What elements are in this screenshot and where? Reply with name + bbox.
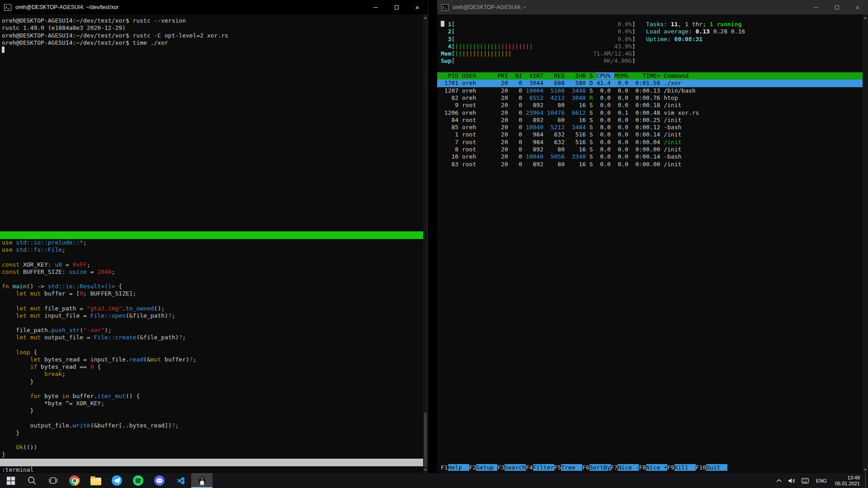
left-scrollbar[interactable]: ▲ ▼ — [423, 14, 428, 473]
clock[interactable]: 13:48 05.01.2021 — [831, 475, 864, 487]
console-icon — [441, 4, 448, 11]
code-line: file_path.push_str("-xor"); — [0, 327, 423, 334]
taskbar-app-file-explorer[interactable] — [85, 473, 106, 488]
search-button[interactable] — [21, 473, 42, 488]
process-row[interactable]: 1207 oreh 20 0 10004 5108 3448 S 0.0 0.0… — [437, 87, 863, 94]
left-window-titlebar[interactable]: oreh@DESKTOP-AGESUI4: ~/dev/test/xor × — [0, 0, 428, 14]
column-header-s[interactable]: S — [590, 72, 597, 79]
column-header-command[interactable]: Command — [664, 72, 689, 79]
code-line — [0, 342, 423, 349]
vim-command-line[interactable]: :terminal — [0, 466, 33, 473]
code-line: use std::io::prelude::*; — [0, 239, 423, 246]
column-header-mem%[interactable]: MEM% — [614, 72, 632, 79]
column-header-ni[interactable]: NI — [512, 72, 526, 79]
column-header-virt[interactable]: VIRT — [526, 72, 547, 79]
tux-penguin-icon — [198, 475, 207, 486]
touch-keyboard-icon[interactable] — [798, 473, 812, 488]
process-row[interactable]: 8 root 20 0 892 80 16 S 0.0 0.0 0:00.00 … — [437, 146, 863, 153]
volume-icon[interactable] — [785, 473, 798, 488]
right-terminal-window: oreh@DESKTOP-AGESUI4: ~ × 1[0.0%] 2[0.0%… — [437, 0, 868, 473]
process-row[interactable]: 1 root 20 0 984 632 516 S 0.0 0.0 0:00.1… — [437, 131, 863, 138]
column-header-pid[interactable]: PID — [441, 72, 462, 79]
column-header-time+[interactable]: TIME+ — [632, 72, 664, 79]
tray-date: 05.01.2021 — [835, 481, 860, 487]
process-row[interactable]: 7 root 20 0 984 632 516 S 0.0 0.0 0:00.0… — [437, 139, 863, 146]
fkey-f3[interactable]: F3Search — [497, 464, 526, 471]
process-row[interactable]: 1206 oreh 20 0 23964 10476 6612 S 0.0 0.… — [437, 109, 863, 117]
right-scrollbar[interactable]: ▲ ▼ — [863, 14, 868, 473]
taskbar-app-chrome[interactable] — [64, 473, 85, 488]
fkey-f8[interactable]: F8Nice + — [639, 464, 667, 471]
htop-table[interactable]: PID USER PRI NI VIRT RES SHR S CPU% MEM%… — [437, 72, 863, 168]
process-row[interactable]: 82 oreh 20 0 8552 4212 3048 R 0.0 0.0 0:… — [437, 94, 863, 102]
scroll-thumb[interactable] — [424, 413, 427, 467]
fkey-f1[interactable]: F1Help — [441, 464, 469, 471]
vim-file-statusline: xor.rs 1,1 All — [0, 459, 423, 466]
fkey-f2[interactable]: F2Setup — [469, 464, 498, 471]
vscode-icon — [176, 476, 186, 486]
process-row[interactable]: 84 root 20 0 892 80 16 S 0.0 0.0 0:00.25… — [437, 117, 863, 124]
taskbar-app-discord[interactable] — [149, 473, 170, 488]
column-header-pri[interactable]: PRI — [497, 72, 511, 79]
console-cursor-block — [441, 21, 444, 27]
fkey-f9[interactable]: F9Kill — [667, 464, 696, 471]
maximize-button[interactable] — [386, 0, 407, 14]
close-button[interactable]: × — [847, 0, 868, 14]
language-indicator[interactable]: ENG — [812, 478, 831, 483]
code-line: const BUFFER_SIZE: usize = 2048; — [0, 268, 423, 276]
process-row[interactable]: 10 oreh 20 0 10040 5056 3340 S 0.0 0.0 0… — [437, 153, 863, 160]
column-header-cpu%[interactable]: CPU% — [596, 72, 614, 79]
code-line — [0, 253, 423, 261]
tray-chevron-up-icon[interactable] — [773, 473, 785, 488]
telegram-icon — [112, 475, 122, 486]
taskbar-app-telegram[interactable] — [106, 473, 127, 488]
maximize-button[interactable] — [826, 0, 847, 14]
scroll-down-icon[interactable]: ▼ — [864, 468, 866, 472]
process-row[interactable]: 85 oreh 20 0 10040 5212 3484 S 0.0 0.0 0… — [437, 124, 863, 131]
terminal-line: oreh@DESKTOP-AGESUI4:~/dev/test/xor$ rus… — [0, 17, 423, 24]
terminal-line: rustc 1.49.0 (e1884a8e3 2020-12-29) — [0, 24, 423, 32]
scroll-up-icon[interactable]: ▲ — [424, 15, 426, 20]
right-window-titlebar[interactable]: oreh@DESKTOP-AGESUI4: ~ × — [437, 0, 868, 14]
code-line: } — [0, 429, 423, 436]
htop-panel[interactable]: 1[0.0%] 2[0.0%] 3[0.0%] 4[||||||||||||||… — [437, 14, 863, 473]
column-header-res[interactable]: RES — [547, 72, 568, 79]
fkey-f10[interactable]: F10Quit — [696, 464, 727, 471]
process-table-header[interactable]: PID USER PRI NI VIRT RES SHR S CPU% MEM%… — [437, 72, 863, 80]
scroll-down-icon[interactable]: ▼ — [424, 468, 426, 472]
close-button[interactable]: × — [407, 0, 428, 14]
code-line: Ok(()) — [0, 444, 423, 451]
process-row[interactable]: 9 root 20 0 892 80 16 S 0.0 0.0 0:00.18 … — [437, 102, 863, 109]
fkey-f4[interactable]: F4Filter — [526, 464, 554, 471]
column-header-shr[interactable]: SHR — [568, 72, 590, 79]
search-icon — [27, 476, 37, 485]
fkey-f5[interactable]: F5Tree — [554, 464, 583, 471]
column-header-user[interactable]: USER — [462, 72, 497, 79]
htop-function-bar[interactable]: F1Help F2Setup F3SearchF4FilterF5Tree F6… — [437, 464, 863, 471]
taskbar-app-spotify[interactable] — [127, 473, 149, 488]
file-explorer-icon — [90, 478, 101, 485]
code-line: use std::fs::File; — [0, 246, 423, 253]
code-line: loop { — [0, 349, 423, 356]
terminal-scrollback[interactable]: oreh@DESKTOP-AGESUI4:~/dev/test/xor$ rus… — [0, 14, 423, 54]
process-row[interactable]: 1701 oreh 20 0 3044 688 580 D 41.4 0.0 0… — [437, 80, 863, 87]
left-terminal-window: oreh@DESKTOP-AGESUI4: ~/dev/test/xor × o… — [0, 0, 428, 473]
meter-row: 4[||||||||||||||||||||||43.9%] — [437, 43, 863, 50]
process-row[interactable]: 83 root 20 0 892 80 16 S 0.0 0.0 0:00.00… — [437, 161, 863, 168]
code-line — [0, 436, 423, 444]
minimize-button[interactable] — [806, 0, 826, 14]
taskbar-app-vscode[interactable] — [170, 473, 191, 488]
taskbar-app-linux-terminal[interactable] — [191, 473, 212, 488]
fkey-f6[interactable]: F6SortBy — [582, 464, 611, 471]
fkey-f7[interactable]: F7Nice - — [611, 464, 639, 471]
terminal-cursor — [2, 47, 5, 53]
vim-code-buffer[interactable]: use std::io::prelude::*;use std::fs::Fil… — [0, 239, 423, 459]
start-button[interactable] — [0, 473, 21, 488]
task-view-button[interactable] — [42, 473, 64, 488]
show-desktop-button[interactable] — [865, 473, 868, 488]
scroll-up-icon[interactable]: ▲ — [864, 15, 866, 20]
maximize-icon — [395, 5, 399, 9]
code-line — [0, 415, 423, 422]
minimize-button[interactable] — [365, 0, 386, 14]
tray-time: 13:48 — [847, 475, 860, 481]
